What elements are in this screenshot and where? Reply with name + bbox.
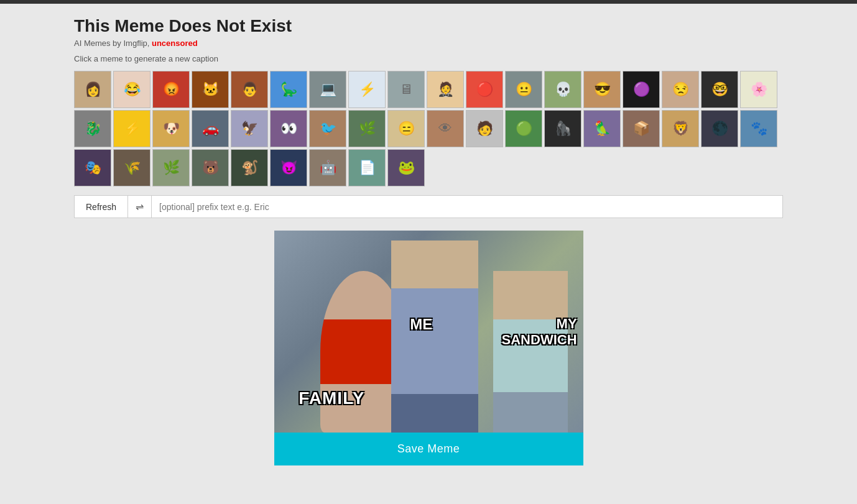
thumb-emoji-13: 💀: [545, 71, 581, 108]
thumb-emoji-24: 👀: [271, 111, 307, 147]
meme-thumb-30[interactable]: 🟢: [505, 110, 542, 147]
meme-text-my: MY: [557, 316, 577, 331]
thumb-emoji-16: 😒: [662, 71, 698, 108]
thumb-emoji-36: 🐾: [741, 111, 777, 147]
thumb-emoji-45: 🐸: [388, 150, 424, 186]
instruction-text: Click a meme to generate a new caption: [74, 54, 783, 63]
meme-thumb-18[interactable]: 🌸: [740, 71, 777, 108]
shuffle-button[interactable]: ⇌: [127, 195, 151, 218]
meme-thumb-34[interactable]: 🦁: [662, 110, 699, 147]
thumb-emoji-33: 📦: [623, 111, 659, 147]
thumb-emoji-3: 😡: [153, 71, 189, 108]
meme-thumb-39[interactable]: 🌿: [152, 149, 190, 186]
meme-thumbnail-grid: 👩😂😡🐱👨🦕💻⚡🖥🤵🔴😐💀😎🟣😒🤓🌸🐉⚡🐶🚗🦅👀🐦🌿😑👁🧑🟢🦍🦜📦🦁🌑🐾🎭🌾🌿🐻…: [74, 71, 783, 186]
thumb-emoji-10: 🤵: [427, 71, 463, 108]
thumb-emoji-38: 🌾: [114, 150, 150, 186]
meme-thumb-26[interactable]: 🌿: [348, 110, 386, 147]
thumb-emoji-26: 🌿: [349, 111, 385, 147]
meme-thumb-28[interactable]: 👁: [427, 110, 464, 147]
thumb-emoji-28: 👁: [427, 111, 463, 147]
meme-thumb-43[interactable]: 🤖: [309, 149, 346, 186]
prefix-input[interactable]: [151, 195, 783, 218]
subtitle-highlight: uncensored: [152, 39, 198, 48]
meme-thumb-15[interactable]: 🟣: [623, 71, 660, 108]
meme-thumb-27[interactable]: 😑: [387, 110, 425, 147]
subtitle-prefix: AI Memes by Imgflip,: [74, 39, 152, 48]
meme-thumb-32[interactable]: 🦜: [583, 110, 621, 147]
meme-thumb-36[interactable]: 🐾: [740, 110, 777, 147]
thumb-emoji-12: 😐: [506, 71, 542, 108]
meme-thumb-45[interactable]: 🐸: [387, 149, 425, 186]
meme-display: FAMILY ME MY SANDWICH Save Meme: [74, 231, 783, 465]
meme-text-family: FAMILY: [299, 388, 364, 408]
meme-thumb-13[interactable]: 💀: [544, 71, 581, 108]
meme-thumb-41[interactable]: 🐒: [231, 149, 268, 186]
meme-thumb-33[interactable]: 📦: [623, 110, 660, 147]
subtitle: AI Memes by Imgflip, uncensored: [74, 39, 783, 48]
thumb-emoji-29: 🧑: [466, 111, 503, 147]
meme-thumb-16[interactable]: 😒: [662, 71, 699, 108]
meme-thumb-31[interactable]: 🦍: [544, 110, 581, 147]
main-container: This Meme Does Not Exist AI Memes by Img…: [55, 4, 802, 490]
thumb-emoji-40: 🐻: [192, 150, 228, 186]
meme-thumb-2[interactable]: 😂: [113, 71, 151, 108]
shuffle-icon: ⇌: [136, 201, 144, 213]
meme-thumb-6[interactable]: 🦕: [270, 71, 307, 108]
thumb-emoji-21: 🐶: [153, 111, 189, 147]
refresh-button[interactable]: Refresh: [74, 195, 127, 218]
meme-text-sandwich-word: SANDWICH: [502, 332, 577, 347]
meme-thumb-23[interactable]: 🦅: [231, 110, 268, 147]
thumb-emoji-14: 😎: [584, 71, 620, 108]
meme-thumb-25[interactable]: 🐦: [309, 110, 346, 147]
meme-thumb-44[interactable]: 📄: [348, 149, 386, 186]
meme-thumb-11[interactable]: 🔴: [466, 71, 503, 108]
meme-thumb-7[interactable]: 💻: [309, 71, 346, 108]
thumb-emoji-41: 🐒: [231, 150, 267, 186]
meme-thumb-29[interactable]: 🧑: [466, 110, 503, 147]
meme-thumb-4[interactable]: 🐱: [192, 71, 229, 108]
save-meme-button[interactable]: Save Meme: [274, 433, 583, 465]
meme-thumb-1[interactable]: 👩: [74, 71, 111, 108]
meme-thumb-19[interactable]: 🐉: [74, 110, 111, 147]
meme-thumb-24[interactable]: 👀: [270, 110, 307, 147]
meme-thumb-10[interactable]: 🤵: [427, 71, 464, 108]
meme-thumb-20[interactable]: ⚡: [113, 110, 151, 147]
meme-thumb-42[interactable]: 😈: [270, 149, 307, 186]
meme-thumb-21[interactable]: 🐶: [152, 110, 190, 147]
thumb-emoji-37: 🎭: [75, 150, 111, 186]
thumb-emoji-22: 🚗: [192, 111, 228, 147]
meme-thumb-3[interactable]: 😡: [152, 71, 190, 108]
thumb-emoji-31: 🦍: [545, 111, 581, 147]
thumb-emoji-17: 🤓: [702, 71, 738, 108]
meme-thumb-5[interactable]: 👨: [231, 71, 268, 108]
thumb-emoji-1: 👩: [75, 71, 111, 108]
meme-thumb-9[interactable]: 🖥: [387, 71, 425, 108]
meme-text-sandwich: MY SANDWICH: [502, 316, 577, 349]
thumb-emoji-18: 🌸: [741, 71, 777, 108]
thumb-emoji-15: 🟣: [623, 71, 659, 108]
thumb-emoji-30: 🟢: [506, 111, 542, 147]
thumb-emoji-32: 🦜: [584, 111, 620, 147]
meme-thumb-17[interactable]: 🤓: [701, 71, 738, 108]
meme-thumb-37[interactable]: 🎭: [74, 149, 111, 186]
meme-thumb-12[interactable]: 😐: [505, 71, 542, 108]
controls-row: Refresh ⇌: [74, 195, 783, 218]
thumb-emoji-35: 🌑: [702, 111, 738, 147]
thumb-emoji-25: 🐦: [310, 111, 346, 147]
thumb-emoji-34: 🦁: [662, 111, 698, 147]
thumb-emoji-20: ⚡: [114, 111, 150, 147]
meme-image-container: FAMILY ME MY SANDWICH: [274, 231, 583, 433]
meme-thumb-40[interactable]: 🐻: [192, 149, 229, 186]
meme-thumb-8[interactable]: ⚡: [348, 71, 386, 108]
thumb-emoji-27: 😑: [388, 111, 424, 147]
thumb-emoji-7: 💻: [310, 71, 346, 108]
meme-thumb-38[interactable]: 🌾: [113, 149, 151, 186]
thumb-emoji-43: 🤖: [310, 150, 346, 186]
meme-text-me: ME: [410, 316, 432, 333]
thumb-emoji-42: 😈: [271, 150, 307, 186]
meme-thumb-22[interactable]: 🚗: [192, 110, 229, 147]
thumb-emoji-44: 📄: [349, 150, 385, 186]
meme-thumb-35[interactable]: 🌑: [701, 110, 738, 147]
thumb-emoji-9: 🖥: [388, 71, 424, 108]
meme-thumb-14[interactable]: 😎: [583, 71, 621, 108]
